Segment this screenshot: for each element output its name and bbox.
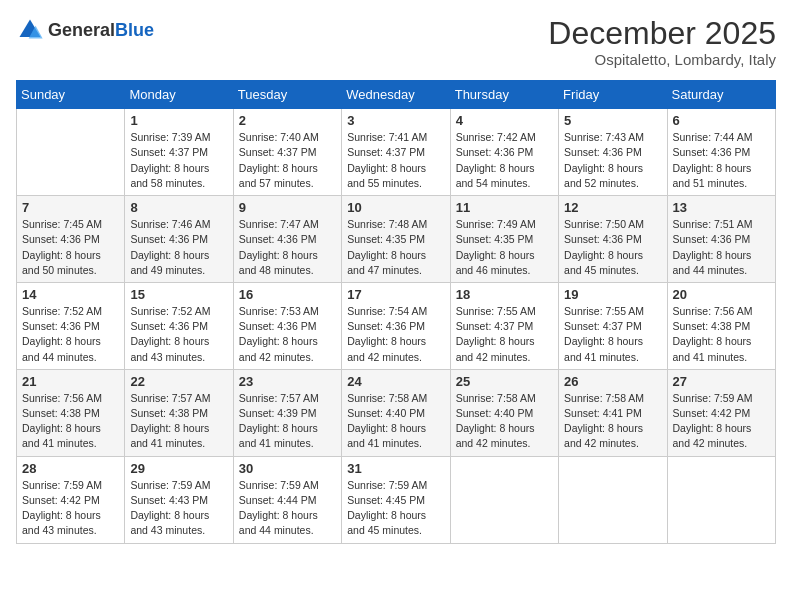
calendar-day-cell: 20Sunrise: 7:56 AM Sunset: 4:38 PM Dayli… xyxy=(667,282,775,369)
calendar-day-cell: 28Sunrise: 7:59 AM Sunset: 4:42 PM Dayli… xyxy=(17,456,125,543)
calendar-day-cell: 30Sunrise: 7:59 AM Sunset: 4:44 PM Dayli… xyxy=(233,456,341,543)
day-number: 29 xyxy=(130,461,227,476)
calendar-day-cell: 9Sunrise: 7:47 AM Sunset: 4:36 PM Daylig… xyxy=(233,196,341,283)
calendar-day-cell: 3Sunrise: 7:41 AM Sunset: 4:37 PM Daylig… xyxy=(342,109,450,196)
day-number: 20 xyxy=(673,287,770,302)
day-info: Sunrise: 7:55 AM Sunset: 4:37 PM Dayligh… xyxy=(456,304,553,365)
calendar-day-cell: 17Sunrise: 7:54 AM Sunset: 4:36 PM Dayli… xyxy=(342,282,450,369)
calendar-day-cell: 5Sunrise: 7:43 AM Sunset: 4:36 PM Daylig… xyxy=(559,109,667,196)
day-info: Sunrise: 7:44 AM Sunset: 4:36 PM Dayligh… xyxy=(673,130,770,191)
day-info: Sunrise: 7:56 AM Sunset: 4:38 PM Dayligh… xyxy=(22,391,119,452)
day-info: Sunrise: 7:54 AM Sunset: 4:36 PM Dayligh… xyxy=(347,304,444,365)
day-number: 13 xyxy=(673,200,770,215)
day-info: Sunrise: 7:52 AM Sunset: 4:36 PM Dayligh… xyxy=(22,304,119,365)
day-number: 3 xyxy=(347,113,444,128)
day-info: Sunrise: 7:42 AM Sunset: 4:36 PM Dayligh… xyxy=(456,130,553,191)
calendar-day-cell xyxy=(559,456,667,543)
calendar-day-cell: 25Sunrise: 7:58 AM Sunset: 4:40 PM Dayli… xyxy=(450,369,558,456)
day-info: Sunrise: 7:50 AM Sunset: 4:36 PM Dayligh… xyxy=(564,217,661,278)
calendar-day-cell: 4Sunrise: 7:42 AM Sunset: 4:36 PM Daylig… xyxy=(450,109,558,196)
calendar-day-cell: 29Sunrise: 7:59 AM Sunset: 4:43 PM Dayli… xyxy=(125,456,233,543)
calendar-day-cell: 6Sunrise: 7:44 AM Sunset: 4:36 PM Daylig… xyxy=(667,109,775,196)
day-number: 27 xyxy=(673,374,770,389)
logo-icon xyxy=(16,16,44,44)
logo-text-general: General xyxy=(48,20,115,40)
day-number: 24 xyxy=(347,374,444,389)
calendar-day-cell: 21Sunrise: 7:56 AM Sunset: 4:38 PM Dayli… xyxy=(17,369,125,456)
day-number: 19 xyxy=(564,287,661,302)
day-number: 18 xyxy=(456,287,553,302)
day-of-week-header: Tuesday xyxy=(233,81,341,109)
calendar-day-cell: 18Sunrise: 7:55 AM Sunset: 4:37 PM Dayli… xyxy=(450,282,558,369)
calendar-day-cell xyxy=(667,456,775,543)
day-info: Sunrise: 7:59 AM Sunset: 4:44 PM Dayligh… xyxy=(239,478,336,539)
calendar-day-cell: 19Sunrise: 7:55 AM Sunset: 4:37 PM Dayli… xyxy=(559,282,667,369)
calendar-day-cell xyxy=(450,456,558,543)
day-number: 2 xyxy=(239,113,336,128)
day-number: 7 xyxy=(22,200,119,215)
day-info: Sunrise: 7:41 AM Sunset: 4:37 PM Dayligh… xyxy=(347,130,444,191)
day-info: Sunrise: 7:43 AM Sunset: 4:36 PM Dayligh… xyxy=(564,130,661,191)
day-info: Sunrise: 7:40 AM Sunset: 4:37 PM Dayligh… xyxy=(239,130,336,191)
calendar-day-cell: 2Sunrise: 7:40 AM Sunset: 4:37 PM Daylig… xyxy=(233,109,341,196)
logo-text-blue: Blue xyxy=(115,20,154,40)
day-number: 8 xyxy=(130,200,227,215)
calendar-week-row: 28Sunrise: 7:59 AM Sunset: 4:42 PM Dayli… xyxy=(17,456,776,543)
calendar-day-cell: 13Sunrise: 7:51 AM Sunset: 4:36 PM Dayli… xyxy=(667,196,775,283)
day-number: 26 xyxy=(564,374,661,389)
day-info: Sunrise: 7:47 AM Sunset: 4:36 PM Dayligh… xyxy=(239,217,336,278)
calendar-day-cell: 23Sunrise: 7:57 AM Sunset: 4:39 PM Dayli… xyxy=(233,369,341,456)
day-number: 23 xyxy=(239,374,336,389)
calendar-week-row: 14Sunrise: 7:52 AM Sunset: 4:36 PM Dayli… xyxy=(17,282,776,369)
calendar-day-cell: 15Sunrise: 7:52 AM Sunset: 4:36 PM Dayli… xyxy=(125,282,233,369)
calendar-week-row: 21Sunrise: 7:56 AM Sunset: 4:38 PM Dayli… xyxy=(17,369,776,456)
calendar-header-row: SundayMondayTuesdayWednesdayThursdayFrid… xyxy=(17,81,776,109)
calendar-week-row: 1Sunrise: 7:39 AM Sunset: 4:37 PM Daylig… xyxy=(17,109,776,196)
day-of-week-header: Sunday xyxy=(17,81,125,109)
calendar-day-cell: 27Sunrise: 7:59 AM Sunset: 4:42 PM Dayli… xyxy=(667,369,775,456)
day-info: Sunrise: 7:58 AM Sunset: 4:41 PM Dayligh… xyxy=(564,391,661,452)
calendar-day-cell: 10Sunrise: 7:48 AM Sunset: 4:35 PM Dayli… xyxy=(342,196,450,283)
day-number: 1 xyxy=(130,113,227,128)
day-info: Sunrise: 7:51 AM Sunset: 4:36 PM Dayligh… xyxy=(673,217,770,278)
day-info: Sunrise: 7:57 AM Sunset: 4:39 PM Dayligh… xyxy=(239,391,336,452)
day-info: Sunrise: 7:58 AM Sunset: 4:40 PM Dayligh… xyxy=(456,391,553,452)
page-header: GeneralBlue December 2025 Ospitaletto, L… xyxy=(16,16,776,68)
day-number: 22 xyxy=(130,374,227,389)
calendar-day-cell: 7Sunrise: 7:45 AM Sunset: 4:36 PM Daylig… xyxy=(17,196,125,283)
calendar-week-row: 7Sunrise: 7:45 AM Sunset: 4:36 PM Daylig… xyxy=(17,196,776,283)
day-number: 25 xyxy=(456,374,553,389)
day-number: 12 xyxy=(564,200,661,215)
day-info: Sunrise: 7:46 AM Sunset: 4:36 PM Dayligh… xyxy=(130,217,227,278)
calendar-day-cell: 22Sunrise: 7:57 AM Sunset: 4:38 PM Dayli… xyxy=(125,369,233,456)
calendar-day-cell: 31Sunrise: 7:59 AM Sunset: 4:45 PM Dayli… xyxy=(342,456,450,543)
calendar-day-cell: 14Sunrise: 7:52 AM Sunset: 4:36 PM Dayli… xyxy=(17,282,125,369)
day-number: 5 xyxy=(564,113,661,128)
calendar-day-cell: 12Sunrise: 7:50 AM Sunset: 4:36 PM Dayli… xyxy=(559,196,667,283)
day-number: 10 xyxy=(347,200,444,215)
day-info: Sunrise: 7:55 AM Sunset: 4:37 PM Dayligh… xyxy=(564,304,661,365)
calendar-day-cell: 8Sunrise: 7:46 AM Sunset: 4:36 PM Daylig… xyxy=(125,196,233,283)
day-of-week-header: Thursday xyxy=(450,81,558,109)
day-number: 30 xyxy=(239,461,336,476)
day-number: 17 xyxy=(347,287,444,302)
logo: GeneralBlue xyxy=(16,16,154,44)
day-number: 11 xyxy=(456,200,553,215)
title-block: December 2025 Ospitaletto, Lombardy, Ita… xyxy=(548,16,776,68)
day-number: 14 xyxy=(22,287,119,302)
day-info: Sunrise: 7:59 AM Sunset: 4:45 PM Dayligh… xyxy=(347,478,444,539)
day-of-week-header: Friday xyxy=(559,81,667,109)
day-number: 4 xyxy=(456,113,553,128)
day-number: 6 xyxy=(673,113,770,128)
day-of-week-header: Saturday xyxy=(667,81,775,109)
day-info: Sunrise: 7:59 AM Sunset: 4:43 PM Dayligh… xyxy=(130,478,227,539)
day-number: 28 xyxy=(22,461,119,476)
calendar-day-cell: 26Sunrise: 7:58 AM Sunset: 4:41 PM Dayli… xyxy=(559,369,667,456)
day-number: 15 xyxy=(130,287,227,302)
day-number: 9 xyxy=(239,200,336,215)
day-info: Sunrise: 7:45 AM Sunset: 4:36 PM Dayligh… xyxy=(22,217,119,278)
day-info: Sunrise: 7:53 AM Sunset: 4:36 PM Dayligh… xyxy=(239,304,336,365)
calendar-day-cell: 1Sunrise: 7:39 AM Sunset: 4:37 PM Daylig… xyxy=(125,109,233,196)
day-info: Sunrise: 7:48 AM Sunset: 4:35 PM Dayligh… xyxy=(347,217,444,278)
location-subtitle: Ospitaletto, Lombardy, Italy xyxy=(548,51,776,68)
